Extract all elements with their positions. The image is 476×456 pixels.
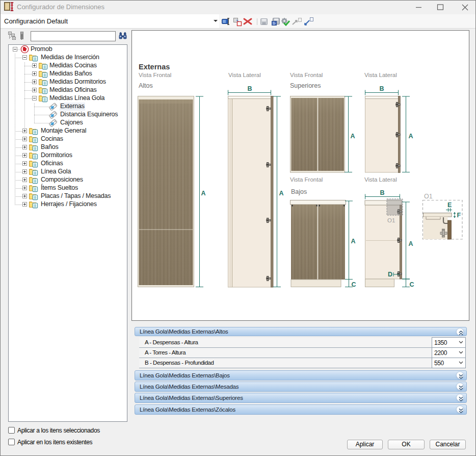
svg-text:C: C [410,281,414,288]
svg-text:O1: O1 [424,193,433,200]
svg-text:E: E [447,201,452,209]
svg-text:Altos: Altos [139,82,153,89]
svg-text:Vista Frontal: Vista Frontal [290,72,323,78]
svg-text:B: B [380,189,384,196]
svg-text:Bajos: Bajos [291,188,307,195]
svg-text:F: F [457,212,461,219]
svg-text:A: A [409,133,413,140]
svg-text:Externas: Externas [139,63,170,71]
svg-text:Vista Lateral: Vista Lateral [364,72,397,78]
svg-text:A: A [351,133,355,140]
svg-text:A: A [351,238,356,245]
svg-text:A: A [201,190,206,197]
svg-text:B: B [247,85,252,92]
svg-text:B: B [379,85,384,92]
svg-text:Vista Frontal: Vista Frontal [139,72,171,78]
svg-text:A: A [409,240,413,247]
svg-text:Superiores: Superiores [290,82,321,89]
svg-text:C: C [352,281,356,288]
svg-text:Vista Frontal: Vista Frontal [290,176,323,183]
svg-text:A: A [279,190,284,197]
svg-text:O1: O1 [387,217,395,223]
svg-text:Vista Lateral: Vista Lateral [364,176,397,183]
svg-text:D: D [388,271,392,278]
svg-text:Vista Lateral: Vista Lateral [228,72,261,78]
